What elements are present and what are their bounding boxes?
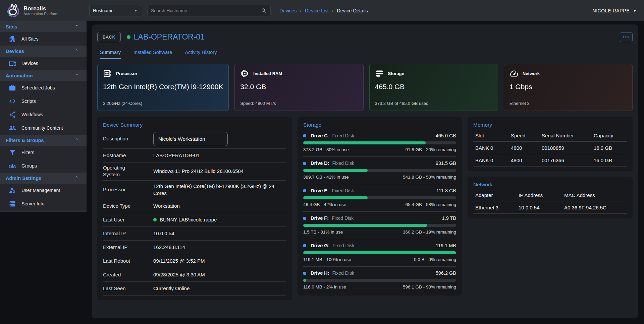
summary-row-operating-system: Operating System Windows 11 Pro 24H2 Bui… <box>103 163 286 181</box>
drive-used: 119.1 MB - 100% in use <box>303 257 351 262</box>
sidebar-item-workflows[interactable]: Workflows <box>0 108 87 121</box>
card-caption: 3.20GHz (24-Cores) <box>103 101 223 106</box>
drive-bullet-icon <box>303 189 306 192</box>
section-label: Sites <box>6 24 17 29</box>
section-label: Filters & Groups <box>6 138 44 143</box>
search-input[interactable] <box>151 8 261 13</box>
memory-slot: BANK 0 <box>473 156 509 165</box>
card-value: 465.0 GB <box>375 83 492 91</box>
storage-title: Storage <box>303 122 456 128</box>
drive-name: Drive H: <box>311 270 329 276</box>
breadcrumb-separator-icon: › <box>300 8 302 13</box>
storage-disks-icon <box>375 69 384 78</box>
drive-remaining: 0.0 B - 0% remaining <box>414 257 456 262</box>
drive-name: Drive D: <box>311 160 329 166</box>
sidebar-section-devices[interactable]: Devices ⌃ <box>0 46 87 57</box>
device-details-panel: BACK LAB-OPERATOR-01 ••• Summary Install… <box>92 24 638 318</box>
description-input[interactable] <box>153 132 228 146</box>
row-value: LAB-OPERATOR-01 <box>153 152 200 159</box>
stat-card-installed-ram: Installed RAM 32.0 GB Speed: 4800 MT/s <box>234 64 363 111</box>
summary-row-external-ip: External IP 162.248.8.114 <box>103 241 286 254</box>
breadcrumb-current: Device Details <box>337 8 368 13</box>
col-header-speed: Speed <box>509 131 540 140</box>
search-icon[interactable] <box>261 8 267 14</box>
row-value: 162.248.8.114 <box>153 244 185 251</box>
card-value: 12th Gen Intel(R) Core(TM) i9-12900K <box>103 83 223 91</box>
card-label: Processor <box>116 71 138 76</box>
summary-row-description: Description <box>103 129 286 149</box>
card-caption: Speed: 4800 MT/s <box>240 101 358 106</box>
drive-used: 46.4 GB - 42% in use <box>303 202 346 207</box>
sidebar-item-label: Community Content <box>21 125 63 131</box>
memory-speed: 4800 <box>509 144 540 152</box>
drive-bullet-icon <box>303 217 306 220</box>
hostname-filter-select[interactable]: Hostname ▼ <box>89 5 141 16</box>
drive-name: Drive F: <box>311 215 329 221</box>
drive-usage-bar <box>303 279 456 282</box>
drive-remaining: 541.8 GB - 58% remaining <box>403 175 456 180</box>
user-menu[interactable]: NICOLE RAPPE ▼ <box>592 8 637 13</box>
building-icon <box>9 35 16 43</box>
row-value: 10.0.0.54 <box>153 230 174 237</box>
sidebar-item-community-content[interactable]: Community Content <box>0 121 87 135</box>
row-label: Last User <box>103 216 141 223</box>
chevron-up-icon: ⌃ <box>75 138 78 143</box>
sidebar-item-scheduled-jobs[interactable]: Scheduled Jobs <box>0 81 87 94</box>
row-value: Windows 11 Pro 24H2 Build 26100.6584 <box>153 168 244 175</box>
summary-row-device-type: Device Type Workstation <box>103 199 286 213</box>
drive-bullet-icon <box>303 162 306 165</box>
sidebar-item-groups[interactable]: Groups <box>0 159 87 173</box>
drive-remaining: 65.4 GB - 58% remaining <box>405 202 456 207</box>
sidebar-section-automation[interactable]: Automation ⌃ <box>0 70 87 81</box>
breadcrumb-device-list[interactable]: Device List <box>305 8 329 13</box>
user-name: NICOLE RAPPE <box>592 8 630 13</box>
sidebar-item-filters[interactable]: Filters <box>0 146 87 159</box>
row-label: Last Seen <box>103 285 141 292</box>
drive-size: 119.1 MB <box>436 243 456 248</box>
drive-type: Fixed Disk <box>332 160 354 166</box>
card-label: Storage <box>388 71 404 76</box>
more-actions-button[interactable]: ••• <box>620 32 633 42</box>
tab-summary[interactable]: Summary <box>100 50 121 59</box>
search-box[interactable] <box>147 5 271 16</box>
sidebar-section-sites[interactable]: Sites ⌃ <box>0 21 87 32</box>
row-label: Description <box>103 135 141 142</box>
briefcase-icon <box>9 84 16 91</box>
sidebar-item-server-info[interactable]: Server Info <box>0 197 87 210</box>
tab-activity-history[interactable]: Activity History <box>185 50 217 59</box>
sidebar-section-admin-settings[interactable]: Admin Settings ⌃ <box>0 173 87 184</box>
sidebar-item-all-sites[interactable]: All Sites <box>0 32 87 46</box>
drive-row-e: Drive E: Fixed Disk 111.8 GB 46.4 GB - 4… <box>303 184 456 212</box>
ram-chip-icon <box>240 69 249 78</box>
drive-name: Drive G: <box>311 243 329 248</box>
row-label: External IP <box>103 244 141 251</box>
chevron-down-icon: ▼ <box>134 9 138 12</box>
col-header-adapter: Adapter <box>473 191 517 199</box>
back-button[interactable]: BACK <box>97 32 121 42</box>
speedometer-icon <box>509 69 519 78</box>
section-label: Automation <box>6 73 33 78</box>
device-online-dot <box>127 35 130 39</box>
breadcrumb: Devices › Device List › Device Details <box>279 8 368 13</box>
chevron-up-icon: ⌃ <box>75 176 78 181</box>
main-content: BACK LAB-OPERATOR-01 ••• Summary Install… <box>87 21 644 324</box>
drive-size: 111.8 GB <box>436 188 456 193</box>
device-tabs: Summary Installed Software Activity Hist… <box>100 50 633 59</box>
breadcrumb-devices[interactable]: Devices <box>279 8 297 13</box>
summary-row-processor: Processor 12th Gen Intel(R) Core(TM) i9-… <box>103 181 286 200</box>
tab-installed-software[interactable]: Installed Software <box>133 50 172 59</box>
memory-speed: 4800 <box>509 156 540 165</box>
online-dot <box>153 218 157 221</box>
summary-row-internal-ip: Internal IP 10.0.0.54 <box>103 227 286 241</box>
stat-card-processor: Processor 12th Gen Intel(R) Core(TM) i9-… <box>97 64 229 111</box>
drive-remaining: 360.2 GB - 19% remaining <box>403 230 456 235</box>
storage-panel: Storage Drive C: Fixed Disk 465.0 GB 373… <box>298 117 462 296</box>
sidebar-item-user-management[interactable]: User Management <box>0 184 87 197</box>
device-summary-panel: Device Summary Description Hostname LAB-… <box>97 117 292 300</box>
share-nodes-icon <box>9 111 16 118</box>
drive-name: Drive C: <box>311 133 329 138</box>
sidebar-item-scripts[interactable]: Scripts <box>0 94 87 108</box>
drive-size: 931.5 GB <box>436 160 456 166</box>
sidebar-section-filters-groups[interactable]: Filters & Groups ⌃ <box>0 135 87 146</box>
sidebar-item-devices[interactable]: Devices <box>0 57 87 70</box>
